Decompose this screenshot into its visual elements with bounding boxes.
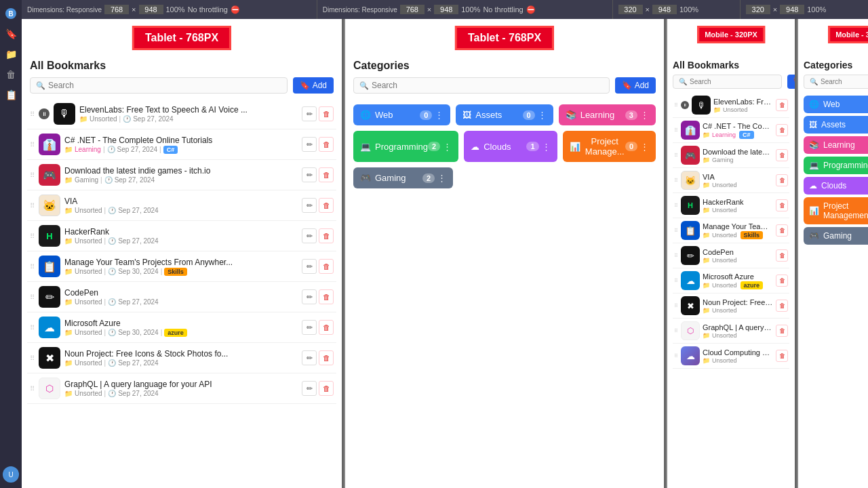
pause-button[interactable]: ⏸ — [681, 101, 689, 109]
table-row[interactable]: ⠿ H HackerRank 📁 Unsorted | 🕐 Sep 27, 20… — [27, 221, 336, 251]
delete-button[interactable]: 🗑 — [319, 106, 334, 121]
drag-handle[interactable]: ⠿ — [30, 110, 35, 118]
list-item[interactable]: 💻 Programming 2 ⋮ — [804, 157, 868, 174]
drag-handle[interactable]: ⠿ — [30, 141, 35, 148]
delete-button[interactable]: 🗑 — [319, 289, 334, 304]
list-item[interactable]: 🎮 Gaming 2 ⋮ — [804, 227, 868, 245]
tablet-bookmarks-search-input[interactable] — [48, 81, 281, 90]
drag-handle[interactable]: ⠿ — [30, 202, 35, 209]
drag-handle[interactable]: ⠿ — [674, 152, 678, 159]
list-item[interactable]: 🖼 Assets 0 ⋮ — [804, 116, 868, 134]
table-row[interactable]: ⠿ ✏ CodePen 📁 Unsorted 🗑 — [673, 243, 789, 268]
drag-handle[interactable]: ⠿ — [30, 385, 35, 392]
drag-handle[interactable]: ⠿ — [30, 263, 35, 270]
table-row[interactable]: ⠿ ✖ Noun Project: Free Icons... 📁 Unsort… — [673, 293, 789, 319]
table-row[interactable]: ⠿ ☁ Microsoft Azure 📁 Unsorted azure 🗑 — [673, 268, 789, 293]
delete-button[interactable]: 🗑 — [776, 124, 788, 136]
cat-menu-icon-programming[interactable]: ⋮ — [443, 142, 452, 152]
delete-button[interactable]: 🗑 — [776, 249, 788, 262]
drag-handle[interactable]: ⠿ — [30, 171, 35, 179]
drag-handle[interactable]: ⠿ — [674, 253, 678, 259]
topbar-height-3[interactable] — [652, 5, 677, 14]
sidebar-trash-icon[interactable]: 🗑 — [3, 66, 19, 83]
drag-handle[interactable]: ⠿ — [30, 232, 35, 240]
delete-button[interactable]: 🗑 — [319, 137, 334, 152]
tablet-bookmarks-add-button[interactable]: 🔖 Add — [293, 77, 334, 94]
category-button-assets[interactable]: 🖼 Assets 0 ⋮ — [456, 104, 553, 125]
delete-button[interactable]: 🗑 — [776, 274, 788, 287]
table-row[interactable]: ⠿ ✏ CodePen 📁 Unsorted | 🕐 Sep 27, 2024 … — [27, 282, 336, 312]
edit-button[interactable]: ✏ — [302, 381, 317, 396]
table-row[interactable]: ⠿ ☁ Cloud Computing Servic... 📁 Unsorted… — [673, 344, 789, 369]
table-row[interactable]: ⠿ 📋 Manage Your Team's Projects From Any… — [27, 251, 336, 282]
table-row[interactable]: ⠿ ⏸ 🎙 ElevenLabs: Free Text to Speech & … — [27, 99, 336, 129]
mobile-bookmarks-add-button[interactable]: 🔖 Add — [787, 75, 795, 89]
edit-button[interactable]: ✏ — [302, 259, 317, 274]
drag-handle[interactable]: ⠿ — [674, 203, 678, 209]
table-row[interactable]: ⠿ ⏸ 🎙 ElevenLabs: Free Text to ... 📁 Uns… — [673, 93, 789, 118]
tablet-categories-search-input[interactable] — [372, 81, 604, 90]
table-row[interactable]: ⠿ 🐱 VIA 📁 Unsorted | 🕐 Sep 27, 2024 ✏ 🗑 — [27, 190, 336, 221]
table-row[interactable]: ⠿ 📋 Manage Your Team's Proj... 📁 Unsorte… — [673, 218, 789, 243]
delete-button[interactable]: 🗑 — [776, 325, 788, 337]
drag-handle[interactable]: ⠿ — [674, 303, 678, 309]
mobile-bookmarks-search-input[interactable] — [690, 78, 776, 85]
topbar-height-2[interactable] — [434, 5, 458, 14]
drag-handle[interactable]: ⠿ — [30, 293, 35, 301]
drag-handle[interactable]: ⠿ — [30, 324, 35, 331]
sidebar-logo-icon[interactable]: B — [3, 5, 19, 22]
table-row[interactable]: ⠿ 🎮 Download the latest indi... 📁 Gaming… — [673, 143, 789, 168]
edit-button[interactable]: ✏ — [302, 106, 317, 121]
table-row[interactable]: ⠿ 🐱 VIA 📁 Unsorted 🗑 — [673, 168, 789, 193]
topbar-width-1[interactable] — [104, 5, 129, 14]
cat-menu-icon-gaming[interactable]: ⋮ — [437, 173, 446, 183]
list-item[interactable]: 📚 Learning 3 ⋮ — [804, 136, 868, 154]
cat-menu-icon-assets[interactable]: ⋮ — [538, 110, 547, 120]
delete-button[interactable]: 🗑 — [776, 149, 788, 161]
table-row[interactable]: ⠿ ⬡ GraphQL | A query language for your … — [27, 373, 336, 404]
delete-button[interactable]: 🗑 — [776, 174, 788, 186]
drag-handle[interactable]: ⠿ — [674, 228, 678, 234]
topbar-height-4[interactable] — [780, 5, 804, 14]
mobile-categories-search-input[interactable] — [821, 78, 868, 85]
delete-button[interactable]: 🗑 — [319, 320, 334, 335]
delete-button[interactable]: 🗑 — [776, 300, 788, 312]
table-row[interactable]: ⠿ ☁ Microsoft Azure 📁 Unsorted | 🕐 Sep 3… — [27, 312, 336, 343]
edit-button[interactable]: ✏ — [302, 289, 317, 304]
delete-button[interactable]: 🗑 — [776, 224, 788, 237]
pause-button[interactable]: ⏸ — [39, 108, 50, 119]
delete-button[interactable]: 🗑 — [319, 350, 334, 365]
table-row[interactable]: ⠿ ⬡ GraphQL | A query langu... 📁 Unsorte… — [673, 319, 789, 344]
cat-menu-icon-project[interactable]: ⋮ — [640, 142, 649, 152]
drag-handle[interactable]: ⠿ — [674, 102, 678, 108]
category-button-web[interactable]: 🌐 Web 0 ⋮ — [353, 104, 450, 125]
cat-menu-icon-web[interactable]: ⋮ — [435, 110, 443, 120]
delete-button[interactable]: 🗑 — [319, 259, 334, 274]
edit-button[interactable]: ✏ — [302, 228, 317, 243]
table-row[interactable]: ⠿ H HackerRank 📁 Unsorted 🗑 — [673, 193, 789, 218]
cat-menu-icon-clouds[interactable]: ⋮ — [542, 142, 551, 152]
topbar-width-2[interactable] — [400, 5, 425, 14]
drag-handle[interactable]: ⠿ — [674, 127, 678, 134]
cat-menu-icon-learning[interactable]: ⋮ — [640, 110, 649, 120]
drag-handle[interactable]: ⠿ — [30, 354, 35, 362]
category-button-clouds[interactable]: ☁ Clouds 1 ⋮ — [464, 131, 557, 162]
delete-button[interactable]: 🗑 — [319, 198, 334, 213]
drag-handle[interactable]: ⠿ — [674, 278, 678, 284]
sidebar-list-icon[interactable]: 📋 — [3, 87, 19, 103]
table-row[interactable]: ⠿ ✖ Noun Project: Free Icons & Stock Pho… — [27, 343, 336, 373]
list-item[interactable]: 🌐 Web 0 ⋮ — [804, 96, 868, 113]
category-button-project[interactable]: 📊 Project Manage... 0 ⋮ — [563, 131, 656, 162]
drag-handle[interactable]: ⠿ — [674, 178, 678, 184]
topbar-width-4[interactable] — [746, 5, 770, 14]
drag-handle[interactable]: ⠿ — [674, 353, 678, 359]
edit-button[interactable]: ✏ — [302, 198, 317, 213]
edit-button[interactable]: ✏ — [302, 167, 317, 182]
category-button-learning[interactable]: 📚 Learning 3 ⋮ — [559, 104, 656, 125]
category-button-programming[interactable]: 💻 Programming 2 ⋮ — [353, 131, 458, 162]
delete-button[interactable]: 🗑 — [776, 199, 788, 211]
topbar-height-1[interactable] — [139, 5, 163, 14]
edit-button[interactable]: ✏ — [302, 350, 317, 365]
table-row[interactable]: ⠿ 👔 C# .NET - The Complete Online Tutori… — [27, 129, 336, 160]
tablet-categories-add-button[interactable]: 🔖 Add — [615, 77, 656, 94]
